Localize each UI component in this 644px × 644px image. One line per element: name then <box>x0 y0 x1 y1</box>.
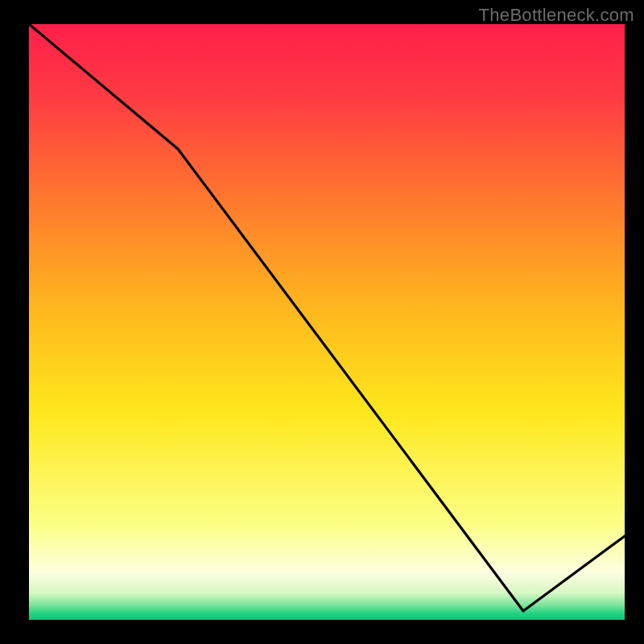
chart-plot <box>29 24 625 620</box>
watermark-label: TheBottleneck.com <box>479 5 634 26</box>
gradient-background <box>29 24 625 620</box>
chart-canvas: TheBottleneck.com <box>0 0 644 644</box>
